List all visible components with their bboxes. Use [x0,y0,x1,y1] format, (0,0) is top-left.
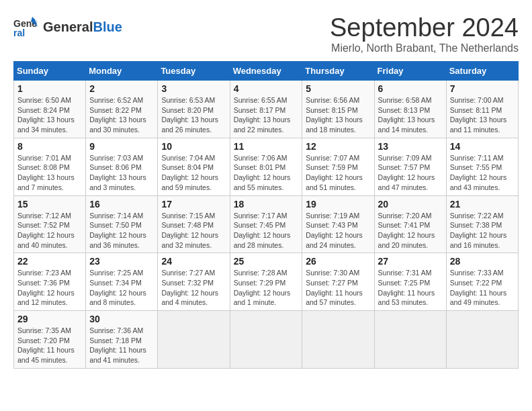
day-number: 25 [234,256,299,267]
calendar-day-cell: 12 Sunrise: 7:07 AMSunset: 7:59 PMDaylig… [302,138,374,195]
day-number: 3 [161,83,226,94]
calendar-day-cell: 9 Sunrise: 7:03 AMSunset: 8:06 PMDayligh… [86,138,158,195]
header: Gene ral GeneralBlue September 2024 Mier… [13,13,519,54]
day-number: 18 [234,199,299,210]
weekday-tuesday: Tuesday [158,62,230,81]
day-detail: Sunrise: 7:28 AMSunset: 7:29 PMDaylight:… [234,268,299,308]
calendar-day-cell [302,311,374,369]
day-detail: Sunrise: 6:50 AMSunset: 8:24 PMDaylight:… [17,95,82,135]
calendar-day-cell: 8 Sunrise: 7:01 AMSunset: 8:08 PMDayligh… [14,138,86,195]
day-detail: Sunrise: 7:17 AMSunset: 7:45 PMDaylight:… [234,211,299,250]
day-detail: Sunrise: 7:33 AMSunset: 7:22 PMDaylight:… [450,268,515,308]
calendar-day-cell: 14 Sunrise: 7:11 AMSunset: 7:55 PMDaylig… [446,138,518,195]
day-number: 12 [306,141,370,152]
day-detail: Sunrise: 6:56 AMSunset: 8:15 PMDaylight:… [306,95,370,135]
logo-icon: Gene ral [13,13,40,40]
day-number: 15 [17,199,82,210]
calendar-day-cell: 17 Sunrise: 7:15 AMSunset: 7:48 PMDaylig… [158,195,230,253]
day-detail: Sunrise: 7:03 AMSunset: 8:06 PMDaylight:… [89,153,154,193]
calendar-day-cell: 11 Sunrise: 7:06 AMSunset: 8:01 PMDaylig… [230,138,302,195]
calendar-day-cell [374,311,446,369]
day-detail: Sunrise: 7:14 AMSunset: 7:50 PMDaylight:… [89,211,154,250]
day-number: 16 [89,199,154,210]
calendar-day-cell: 4 Sunrise: 6:55 AMSunset: 8:17 PMDayligh… [230,81,302,138]
calendar-day-cell: 10 Sunrise: 7:04 AMSunset: 8:04 PMDaylig… [158,138,230,195]
calendar-day-cell: 28 Sunrise: 7:33 AMSunset: 7:22 PMDaylig… [446,253,518,311]
location-subtitle: Mierlo, North Brabant, The Netherlands [330,42,519,54]
day-number: 29 [17,314,82,324]
day-number: 10 [161,141,226,152]
day-number: 24 [161,256,226,267]
calendar-day-cell [158,311,230,369]
day-number: 4 [234,83,299,94]
logo-text: GeneralBlue [43,19,122,34]
day-detail: Sunrise: 7:15 AMSunset: 7:48 PMDaylight:… [161,211,226,250]
day-detail: Sunrise: 7:07 AMSunset: 7:59 PMDaylight:… [306,153,370,193]
day-number: 17 [161,199,226,210]
day-number: 1 [17,83,82,94]
day-number: 23 [89,256,154,267]
day-detail: Sunrise: 6:58 AMSunset: 8:13 PMDaylight:… [378,95,443,135]
day-number: 20 [378,199,443,210]
day-detail: Sunrise: 7:19 AMSunset: 7:43 PMDaylight:… [306,211,370,250]
calendar-day-cell [230,311,302,369]
calendar-day-cell: 2 Sunrise: 6:52 AMSunset: 8:22 PMDayligh… [86,81,158,138]
calendar-week-row: 1 Sunrise: 6:50 AMSunset: 8:24 PMDayligh… [14,81,519,138]
day-number: 11 [234,141,299,152]
day-detail: Sunrise: 7:25 AMSunset: 7:34 PMDaylight:… [89,268,154,308]
title-section: September 2024 Mierlo, North Brabant, Th… [330,13,519,54]
calendar-week-row: 15 Sunrise: 7:12 AMSunset: 7:52 PMDaylig… [14,195,519,253]
day-detail: Sunrise: 7:04 AMSunset: 8:04 PMDaylight:… [161,153,226,193]
day-number: 21 [450,199,515,210]
day-detail: Sunrise: 7:11 AMSunset: 7:55 PMDaylight:… [450,153,515,193]
day-number: 30 [89,314,154,324]
calendar-day-cell: 19 Sunrise: 7:19 AMSunset: 7:43 PMDaylig… [302,195,374,253]
day-detail: Sunrise: 7:23 AMSunset: 7:36 PMDaylight:… [17,268,82,308]
day-number: 8 [17,141,82,152]
weekday-monday: Monday [86,62,158,81]
day-detail: Sunrise: 7:30 AMSunset: 7:27 PMDaylight:… [306,268,370,308]
calendar-day-cell: 16 Sunrise: 7:14 AMSunset: 7:50 PMDaylig… [86,195,158,253]
calendar-day-cell: 21 Sunrise: 7:22 AMSunset: 7:38 PMDaylig… [446,195,518,253]
calendar-day-cell: 7 Sunrise: 7:00 AMSunset: 8:11 PMDayligh… [446,81,518,138]
weekday-thursday: Thursday [302,62,374,81]
weekday-friday: Friday [374,62,446,81]
day-detail: Sunrise: 7:36 AMSunset: 7:18 PMDaylight:… [89,326,154,365]
day-number: 7 [450,83,515,94]
calendar-day-cell: 6 Sunrise: 6:58 AMSunset: 8:13 PMDayligh… [374,81,446,138]
weekday-sunday: Sunday [14,62,86,81]
day-number: 9 [89,141,154,152]
day-detail: Sunrise: 7:27 AMSunset: 7:32 PMDaylight:… [161,268,226,308]
day-detail: Sunrise: 7:09 AMSunset: 7:57 PMDaylight:… [378,153,443,193]
calendar-day-cell: 29 Sunrise: 7:35 AMSunset: 7:20 PMDaylig… [14,311,86,369]
day-number: 27 [378,256,443,267]
day-number: 13 [378,141,443,152]
calendar-day-cell: 15 Sunrise: 7:12 AMSunset: 7:52 PMDaylig… [14,195,86,253]
day-number: 26 [306,256,370,267]
calendar-week-row: 8 Sunrise: 7:01 AMSunset: 8:08 PMDayligh… [14,138,519,195]
logo-general: General [43,19,93,34]
day-number: 14 [450,141,515,152]
calendar-day-cell: 24 Sunrise: 7:27 AMSunset: 7:32 PMDaylig… [158,253,230,311]
calendar-day-cell: 13 Sunrise: 7:09 AMSunset: 7:57 PMDaylig… [374,138,446,195]
day-detail: Sunrise: 6:55 AMSunset: 8:17 PMDaylight:… [234,95,299,135]
logo: Gene ral GeneralBlue [13,13,122,40]
logo-blue: Blue [93,19,122,34]
weekday-header-row: Sunday Monday Tuesday Wednesday Thursday… [14,62,519,81]
calendar-table: Sunday Monday Tuesday Wednesday Thursday… [13,61,519,369]
calendar-day-cell: 18 Sunrise: 7:17 AMSunset: 7:45 PMDaylig… [230,195,302,253]
calendar-day-cell: 27 Sunrise: 7:31 AMSunset: 7:25 PMDaylig… [374,253,446,311]
day-detail: Sunrise: 7:00 AMSunset: 8:11 PMDaylight:… [450,95,515,135]
day-detail: Sunrise: 7:20 AMSunset: 7:41 PMDaylight:… [378,211,443,250]
svg-text:ral: ral [13,28,25,38]
day-number: 22 [17,256,82,267]
day-detail: Sunrise: 7:06 AMSunset: 8:01 PMDaylight:… [234,153,299,193]
calendar-day-cell: 23 Sunrise: 7:25 AMSunset: 7:34 PMDaylig… [86,253,158,311]
month-title: September 2024 [330,13,519,42]
day-detail: Sunrise: 7:35 AMSunset: 7:20 PMDaylight:… [17,326,82,365]
calendar-week-row: 29 Sunrise: 7:35 AMSunset: 7:20 PMDaylig… [14,311,519,369]
day-detail: Sunrise: 7:01 AMSunset: 8:08 PMDaylight:… [17,153,82,193]
weekday-wednesday: Wednesday [230,62,302,81]
calendar-day-cell: 25 Sunrise: 7:28 AMSunset: 7:29 PMDaylig… [230,253,302,311]
day-number: 19 [306,199,370,210]
